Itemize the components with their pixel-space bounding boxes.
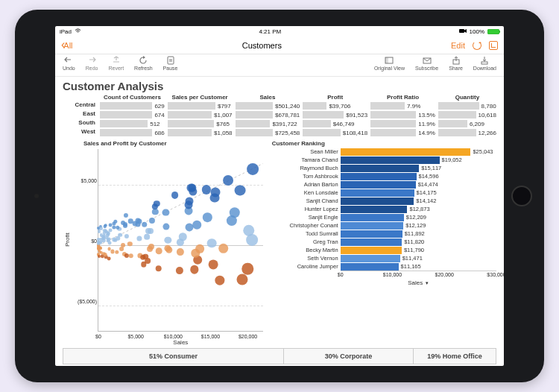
scatter-point[interactable]	[108, 223, 112, 227]
summary-cell[interactable]: $1,058	[168, 128, 233, 137]
scatter-point[interactable]	[190, 265, 198, 274]
scatter-point[interactable]	[104, 253, 107, 256]
segment-cell[interactable]: 30% Corporate	[284, 349, 414, 364]
summary-cell[interactable]: 7.9%	[370, 101, 435, 110]
scatter-point[interactable]	[246, 234, 258, 246]
ranking-row[interactable]: Tom Ashbrook$14,596	[272, 172, 496, 180]
summary-cell[interactable]: $91,523	[303, 110, 367, 119]
reload-icon[interactable]	[473, 41, 481, 50]
summary-cell[interactable]: 10,618	[438, 110, 496, 119]
summary-cell[interactable]: 12,266	[438, 128, 496, 137]
scatter-point[interactable]	[113, 219, 117, 223]
scatter-point[interactable]	[165, 237, 171, 244]
scatter-point[interactable]	[105, 236, 109, 240]
summary-cell[interactable]: $725,458	[236, 128, 300, 137]
summary-cell[interactable]: 13.5%	[370, 110, 435, 119]
ranking-row[interactable]: Seth Vernon$11,471	[272, 254, 496, 262]
toolbar-pause[interactable]: Pause	[163, 56, 178, 71]
scatter-point[interactable]	[107, 241, 111, 244]
sort-desc-icon[interactable]: ▾	[426, 280, 429, 285]
scatter-point[interactable]	[223, 175, 233, 186]
viz-switch-icon[interactable]	[489, 41, 498, 50]
scatter-point[interactable]	[136, 236, 142, 241]
scatter-point[interactable]	[119, 247, 124, 251]
scatter-point[interactable]	[113, 226, 116, 230]
ranking-row[interactable]: Sanjit Chand$14,142	[272, 197, 496, 205]
scatter-point[interactable]	[152, 209, 158, 215]
scatter-point[interactable]	[104, 230, 107, 233]
toolbar-original-view[interactable]: Original View	[374, 56, 405, 71]
toolbar-download[interactable]: Download	[473, 56, 496, 71]
scatter-point[interactable]	[215, 276, 224, 285]
scatter-point[interactable]	[237, 274, 248, 285]
scatter-point[interactable]	[146, 228, 152, 234]
scatter-point[interactable]	[128, 253, 133, 258]
scatter-point[interactable]	[143, 253, 149, 259]
ranking-row[interactable]: Becky Martin$11,790	[272, 246, 496, 254]
scatter-point[interactable]	[97, 242, 100, 245]
scatter-point[interactable]	[104, 224, 107, 228]
scatter-point[interactable]	[107, 256, 110, 260]
scatter-point[interactable]	[247, 163, 259, 175]
scatter-point[interactable]	[98, 247, 101, 250]
summary-cell[interactable]: $46,749	[303, 119, 367, 128]
scatter-point[interactable]	[218, 243, 229, 253]
scatter-point[interactable]	[98, 255, 101, 258]
toolbar-subscribe[interactable]: Subscribe	[415, 56, 438, 71]
scatter-point[interactable]	[235, 185, 246, 196]
scatter-point[interactable]	[155, 265, 162, 272]
summary-cell[interactable]: $678,781	[236, 110, 300, 119]
summary-cell[interactable]: 11.9%	[370, 119, 435, 128]
summary-cell[interactable]: 8,780	[438, 101, 496, 110]
toolbar-share[interactable]: Share	[449, 56, 463, 71]
ranking-row[interactable]: Christopher Conant$12,129	[272, 221, 496, 230]
scatter-point[interactable]	[171, 192, 179, 199]
ranking-row[interactable]: Tamara Chand$19,052	[272, 156, 496, 164]
summary-cell[interactable]: $1,007	[168, 110, 233, 119]
ranking-row[interactable]: Ken Lonsdale$14,175	[272, 189, 496, 197]
summary-cell[interactable]: $765	[168, 119, 233, 128]
edit-button[interactable]: Edit	[451, 41, 465, 50]
scatter-point[interactable]	[186, 223, 194, 231]
scatter-point[interactable]	[193, 221, 202, 230]
summary-cell[interactable]: 6,209	[438, 119, 496, 128]
toolbar-refresh[interactable]: Refresh	[134, 56, 153, 71]
scatter-point[interactable]	[177, 248, 184, 256]
back-button[interactable]: All	[61, 41, 73, 50]
ranking-row[interactable]: Hunter Lopez$12,873	[272, 205, 496, 213]
scatter-point[interactable]	[148, 244, 154, 250]
summary-cell[interactable]: 14.9%	[370, 128, 435, 137]
scatter-point[interactable]	[98, 230, 101, 233]
scatter-point[interactable]	[203, 212, 212, 221]
scatter-point[interactable]	[124, 234, 129, 238]
segment-cell[interactable]: 51% Consumer	[63, 349, 284, 364]
summary-cell[interactable]: $797	[168, 101, 233, 110]
summary-cell[interactable]: 674	[100, 110, 165, 119]
ranking-row[interactable]: Greg Tran$11,820	[272, 238, 496, 246]
summary-cell[interactable]: 629	[100, 101, 165, 110]
scatter-point[interactable]	[156, 247, 162, 254]
scatter-point[interactable]	[145, 234, 151, 240]
scatter-point[interactable]	[176, 267, 183, 274]
scatter-point[interactable]	[207, 238, 217, 248]
scatter-point[interactable]	[102, 239, 105, 242]
scatter-point[interactable]	[201, 185, 210, 194]
segment-cell[interactable]: 19% Home Office	[414, 349, 496, 364]
scatter-point[interactable]	[107, 247, 111, 251]
scatter-point[interactable]	[242, 263, 253, 274]
summary-cell[interactable]: $39,706	[303, 101, 367, 110]
ranking-row[interactable]: Raymond Buch$15,117	[272, 164, 496, 172]
ranking-body[interactable]: Sean Miller$25,043Tamara Chand$19,052Ray…	[272, 148, 496, 347]
scatter-point[interactable]	[210, 193, 220, 203]
scatter-point[interactable]	[149, 218, 155, 224]
scatter-point[interactable]	[97, 238, 100, 241]
summary-cell[interactable]: 686	[100, 128, 165, 137]
scatter-point[interactable]	[142, 222, 148, 228]
scatter-point[interactable]	[124, 213, 128, 218]
segment-bar[interactable]: 51% Consumer30% Corporate19% Home Office	[63, 348, 496, 364]
scatter-point[interactable]	[227, 215, 237, 226]
ranking-row[interactable]: Sean Miller$25,043	[272, 148, 496, 156]
scatter-point[interactable]	[118, 233, 122, 237]
scatter-point[interactable]	[111, 250, 115, 253]
summary-cell[interactable]: $391,722	[236, 119, 300, 128]
